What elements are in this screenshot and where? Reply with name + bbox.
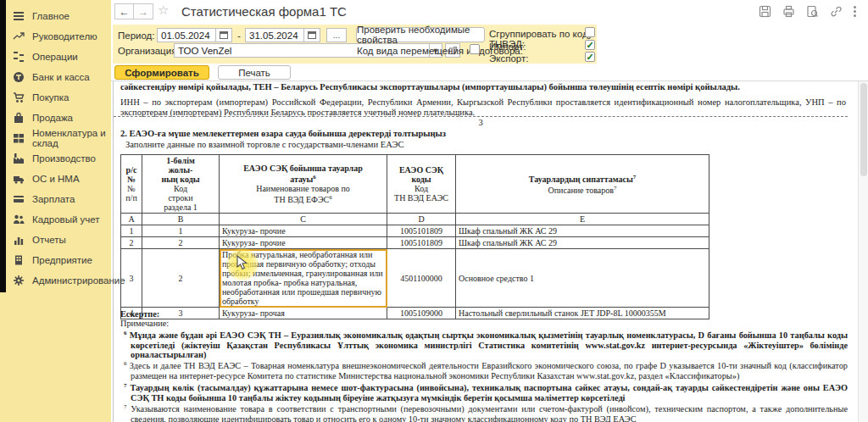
bar-chart-icon xyxy=(13,234,25,246)
card-icon xyxy=(13,193,25,205)
notes-title-kz: Ескертпе: xyxy=(120,309,848,319)
header-row-number: р/с №№ п/п xyxy=(121,155,142,214)
building-icon xyxy=(13,254,25,266)
sidebar-item-enterprise[interactable]: Предприятие xyxy=(0,250,111,270)
print-icon[interactable] xyxy=(782,5,795,18)
screen-edge-strip xyxy=(0,0,6,292)
header-tnved-code: ЕАЭО СЭҚ кодыКод ТН ВЭД ЕАЭС xyxy=(387,155,456,214)
sidebar: Главное Руководителю Операции Банк и кас… xyxy=(0,0,111,422)
header-section1-code: 1-бөлім жолы- ның кодыКод строки раздела… xyxy=(142,155,220,214)
group-by-tnved-checkbox[interactable] xyxy=(585,27,595,37)
table-row: 2 2 Кукуруза- прочие 1005101809 Шкаф спа… xyxy=(121,237,709,249)
back-button[interactable]: ← xyxy=(114,3,134,19)
table-row: 3 2 Пробка натуральная, необработанная и… xyxy=(121,249,709,308)
sidebar-item-bank-cash[interactable]: Банк и касса xyxy=(0,67,111,87)
sidebar-item-main[interactable]: Главное xyxy=(0,6,111,26)
section-title-kz: 2. ЕАЭО-ға мүше мемлекеттермен өзара сау… xyxy=(120,129,446,138)
sidebar-item-hr[interactable]: Кадровый учет xyxy=(0,209,111,230)
save-icon[interactable] xyxy=(759,5,771,18)
favorite-star-icon[interactable]: ☆ xyxy=(158,3,169,18)
more-icon[interactable] xyxy=(854,6,856,17)
sidebar-item-label: Операции xyxy=(32,52,78,62)
sidebar-item-salary[interactable]: Зарплата xyxy=(0,189,111,209)
sidebar-item-label: Предприятие xyxy=(32,255,92,265)
people-icon xyxy=(13,214,25,225)
calendar-icon xyxy=(308,31,316,39)
row-desc-cell: Шкаф спальный ЖК АС 29 xyxy=(456,225,709,237)
sidebar-item-label: Главное xyxy=(32,11,70,21)
calendar-icon xyxy=(220,31,228,39)
row-tnved-cell: 1005101809 xyxy=(387,237,456,249)
period-dash: - xyxy=(237,31,241,41)
period-more-button[interactable]: ... xyxy=(326,28,347,42)
table-letters-row: А В С D Е xyxy=(121,214,709,225)
period-to-input[interactable]: 31.05.2024 xyxy=(245,28,304,42)
sidebar-item-production[interactable]: Производство xyxy=(0,148,111,169)
sidebar-item-label: Банк и касса xyxy=(32,72,90,82)
main-area: ← → ☆ Статистическая форма1 ТС Период: 0… xyxy=(111,0,868,422)
sidebar-item-fixed-assets[interactable]: ОС и НМА xyxy=(0,169,111,189)
sidebar-item-label: Отчеты xyxy=(32,235,66,245)
export-checkbox[interactable]: ✓ xyxy=(585,52,595,62)
row-code-cell: 1 xyxy=(142,225,220,237)
truck-icon xyxy=(13,173,25,185)
footnote: 6 Здесь и далее ТН ВЭД ЕАЭС – Товарная н… xyxy=(120,359,848,380)
sidebar-item-label: Кадровый учет xyxy=(32,214,100,225)
period-to-calendar-button[interactable] xyxy=(303,28,320,42)
vertical-scrollbar[interactable] xyxy=(858,81,868,422)
sidebar-item-sales[interactable]: Продажа xyxy=(0,108,111,128)
scrollbar-thumb[interactable] xyxy=(860,83,867,176)
window-toolbar xyxy=(759,5,856,18)
goods-table: р/с №№ п/п 1-бөлім жолы- ның кодыКод стр… xyxy=(120,154,709,319)
period-from-input[interactable]: 01.05.2024 xyxy=(157,28,216,42)
sidebar-item-label: ОС и НМА xyxy=(32,174,80,184)
intro-paragraph-kz: сәйкестендіру нөмірі қойылады, ТЕН – Бел… xyxy=(120,82,846,92)
row-code-cell: 2 xyxy=(142,237,220,249)
report-document: сәйкестендіру нөмірі қойылады, ТЕН – Бел… xyxy=(113,81,858,422)
row-num-cell: 1 xyxy=(121,225,142,237)
check-properties-button[interactable]: Проверить необходимые свойства xyxy=(356,27,485,42)
page-break-line xyxy=(114,116,848,117)
row-tnved-cell: 1005101809 xyxy=(387,225,456,237)
period-from-calendar-button[interactable] xyxy=(215,28,232,42)
row-tnved-cell: 4501100000 xyxy=(387,249,456,308)
sidebar-item-purchase[interactable]: Покупка xyxy=(0,87,111,108)
import-label: Импорт: xyxy=(489,42,526,52)
generate-button[interactable]: Сформировать xyxy=(114,65,209,80)
export-label: Экспорт: xyxy=(489,53,528,64)
preview-icon[interactable] xyxy=(806,5,819,18)
sidebar-item-label: Зарплата xyxy=(32,194,75,204)
forward-button[interactable]: → xyxy=(134,3,153,19)
letter-cell: А xyxy=(121,214,142,225)
factory-icon xyxy=(13,153,25,164)
row-code-cell: 2 xyxy=(142,249,220,308)
sidebar-item-administration[interactable]: Администрирование xyxy=(0,270,111,291)
sidebar-item-label: Производство xyxy=(32,153,96,164)
organization-label: Организация: xyxy=(118,46,180,56)
row-num-cell: 2 xyxy=(121,237,142,249)
sidebar-item-nomenclature[interactable]: Номенклатура и склад xyxy=(0,128,111,148)
link-icon[interactable] xyxy=(830,5,843,18)
sidebar-item-label: Покупка xyxy=(32,92,69,103)
cart-icon xyxy=(13,92,25,103)
movement-code-checkbox[interactable] xyxy=(470,44,480,54)
sidebar-item-operations[interactable]: Операции xyxy=(0,47,111,67)
row-desc-cell: Шкаф спальный ЖК АС 29 xyxy=(456,237,709,249)
letter-cell: D xyxy=(387,214,456,225)
app-window: Главное Руководителю Операции Банк и кас… xyxy=(0,0,868,422)
sidebar-item-label: Номенклатура и склад xyxy=(32,128,111,148)
sidebar-item-manager[interactable]: Руководителю xyxy=(0,26,111,47)
intro-paragraph-ru: ИНН – по экспортерам (импортерам) Россий… xyxy=(120,97,846,117)
print-button[interactable]: Печать xyxy=(218,65,291,80)
bag-icon xyxy=(13,112,25,124)
table-header-row: р/с №№ п/п 1-бөлім жолы- ның кодыКод стр… xyxy=(121,155,709,214)
sidebar-item-label: Продажа xyxy=(32,113,73,123)
page-title: Статистическая форма1 ТС xyxy=(181,4,347,19)
titlebar: ← → ☆ Статистическая форма1 ТС xyxy=(111,0,868,24)
sidebar-item-reports[interactable]: Отчеты xyxy=(0,230,111,250)
letter-cell: Е xyxy=(456,214,709,225)
import-checkbox[interactable]: ✓ xyxy=(585,40,595,50)
trend-chart-icon xyxy=(13,31,25,42)
gear-icon xyxy=(13,275,25,286)
section-title-ru: Заполните данные по взаимной торговле с … xyxy=(125,140,403,149)
